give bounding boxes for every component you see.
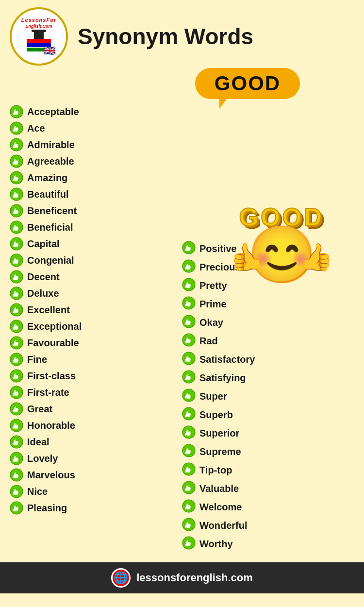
thumbs-icon <box>182 388 196 404</box>
thumbs-icon <box>182 259 196 275</box>
left-column: Acceptable Ace Admirable Agreeable Amazi… <box>10 104 182 553</box>
svg-rect-27 <box>13 327 14 330</box>
svg-rect-81 <box>185 525 186 528</box>
svg-rect-5 <box>13 146 14 148</box>
word-item: Ideal <box>10 434 182 450</box>
word-text: Wonderful <box>199 520 248 531</box>
word-item: Capital <box>10 236 182 252</box>
svg-rect-53 <box>185 267 186 270</box>
good-label: GOOD <box>215 72 281 95</box>
word-text: Okay <box>199 317 223 328</box>
word-text: Superb <box>199 409 233 421</box>
main-content: Acceptable Ace Admirable Agreeable Amazi… <box>0 99 364 557</box>
word-text: Pleasing <box>27 503 67 514</box>
svg-rect-7 <box>13 162 14 165</box>
word-item: Superior <box>182 424 354 442</box>
thumbs-icon <box>10 485 23 498</box>
word-item: Supreme <box>182 443 354 460</box>
word-item: Superb <box>182 406 354 423</box>
svg-rect-75 <box>185 470 186 472</box>
svg-rect-15 <box>13 228 14 231</box>
logo: LessonsFor English.Com 🇬🇧 <box>10 7 68 66</box>
svg-rect-69 <box>185 415 186 417</box>
word-item: Favourable <box>10 335 182 351</box>
word-text: Ideal <box>27 437 50 448</box>
word-text: Exceptional <box>27 321 82 332</box>
svg-rect-83 <box>185 544 186 546</box>
svg-rect-79 <box>185 507 186 509</box>
svg-rect-1 <box>13 113 14 115</box>
word-item: Okay <box>182 314 354 331</box>
svg-rect-73 <box>185 452 186 454</box>
svg-rect-17 <box>13 245 14 247</box>
word-text: Congenial <box>27 255 74 266</box>
svg-rect-55 <box>185 286 186 288</box>
word-text: Honorable <box>27 420 75 431</box>
thumbs-icon <box>182 481 196 496</box>
thumbs-icon <box>10 386 23 399</box>
svg-rect-9 <box>13 179 14 181</box>
word-text: Decent <box>27 271 60 283</box>
word-item: Decent <box>10 269 182 285</box>
svg-rect-35 <box>13 393 14 396</box>
logo-arc-text2: English.Com <box>25 24 52 29</box>
thumbs-icon <box>182 425 196 441</box>
thumbs-icon <box>182 315 196 330</box>
thumbs-icon <box>182 407 196 422</box>
word-text: Valuable <box>199 483 239 494</box>
word-item: Rad <box>182 332 354 350</box>
thumbs-icon <box>182 241 196 256</box>
word-text: Tip-top <box>199 465 232 476</box>
thumbs-icon <box>182 296 196 312</box>
word-item: Agreeable <box>10 153 182 169</box>
word-item: Beneficent <box>10 203 182 219</box>
word-item: Congenial <box>10 253 182 268</box>
thumbs-icon <box>10 138 23 152</box>
svg-rect-67 <box>185 396 186 399</box>
header: LessonsFor English.Com 🇬🇧 Synonym Words <box>0 0 364 68</box>
footer-url: lessonsforenglish.com <box>136 572 253 584</box>
word-item: Admirable <box>10 137 182 152</box>
thumbs-icon <box>182 370 196 386</box>
word-item: Tip-top <box>182 461 354 479</box>
word-text: Beautiful <box>27 189 69 200</box>
word-item: Pleasing <box>10 500 182 516</box>
thumbs-icon <box>10 287 23 300</box>
svg-rect-41 <box>13 443 14 445</box>
word-text: Super <box>199 391 227 402</box>
word-item: Exceptional <box>10 319 182 334</box>
svg-rect-63 <box>185 359 186 362</box>
word-text: Capital <box>27 238 60 250</box>
thumbs-icon <box>182 352 196 367</box>
thumbs-icon <box>182 333 196 349</box>
svg-rect-43 <box>13 459 14 462</box>
thumbs-icon <box>10 402 23 416</box>
thumbs-icon <box>10 237 23 251</box>
word-text: Ace <box>27 123 45 134</box>
thumbs-icon <box>10 501 23 515</box>
word-item: Lovely <box>10 451 182 466</box>
word-text: Beneficial <box>27 222 73 233</box>
thumbs-icon <box>10 204 23 218</box>
svg-rect-37 <box>13 410 14 412</box>
logo-arc-text: LessonsFor <box>21 17 56 23</box>
thumbs-icon <box>10 187 23 201</box>
thumbs-icon <box>10 303 23 317</box>
word-text: Excellent <box>27 304 70 316</box>
word-text: Favourable <box>27 337 79 349</box>
word-text: Great <box>27 404 52 415</box>
svg-rect-33 <box>13 377 14 379</box>
word-text: Superior <box>199 428 239 439</box>
thumbs-icon <box>10 220 23 234</box>
svg-rect-61 <box>185 341 186 343</box>
word-text: Agreeable <box>27 156 74 167</box>
page-title: Synonym Words <box>78 25 253 48</box>
thumbs-icon <box>10 452 23 465</box>
thumbs-icon <box>10 270 23 284</box>
svg-rect-65 <box>185 378 186 380</box>
svg-rect-29 <box>13 344 14 346</box>
word-item: Amazing <box>10 170 182 185</box>
svg-rect-45 <box>13 476 14 478</box>
svg-rect-31 <box>13 360 14 363</box>
thumbs-icon <box>10 468 23 482</box>
